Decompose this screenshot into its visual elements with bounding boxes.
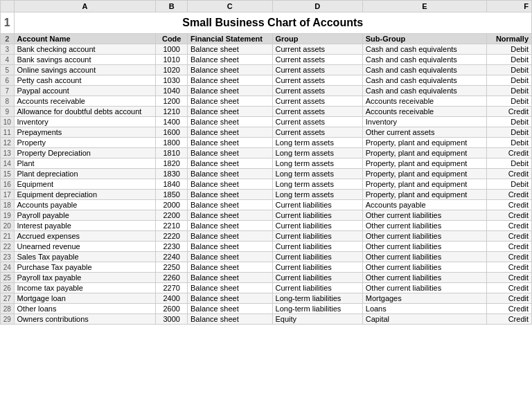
financial-statement: Balance sheet	[187, 65, 272, 75]
normally: Credit	[486, 221, 531, 231]
financial-statement: Balance sheet	[187, 148, 272, 158]
sub-group: Property, plant and equipment	[362, 148, 486, 158]
row-number: 21	[1, 231, 15, 242]
row-number: 6	[1, 75, 15, 86]
account-name: Accounts payable	[14, 200, 156, 210]
financial-statement: Balance sheet	[187, 314, 272, 325]
table-row: 11Prepayments1600Balance sheetCurrent as…	[1, 127, 532, 138]
account-name: Mortgage loan	[14, 293, 156, 304]
account-code: 2210	[156, 221, 188, 231]
normally: Credit	[486, 231, 531, 242]
sub-group: Cash and cash equivalents	[362, 44, 486, 55]
normally: Debit	[486, 158, 531, 169]
financial-statement: Balance sheet	[187, 179, 272, 190]
row-number: 5	[1, 65, 15, 75]
account-name: Interest payable	[14, 221, 156, 231]
normally: Debit	[486, 117, 531, 127]
normally: Credit	[486, 242, 531, 252]
sub-group: Cash and cash equivalents	[362, 55, 486, 65]
financial-statement: Balance sheet	[187, 231, 272, 242]
normally: Debit	[486, 86, 531, 96]
group: Current assets	[272, 117, 362, 127]
table-row: 4Bank savings account1010Balance sheetCu…	[1, 55, 532, 65]
account-name: Accrued expenses	[14, 231, 156, 242]
row-number: 15	[1, 169, 15, 179]
row-number: 10	[1, 117, 15, 127]
table-row: 27Mortgage loan2400Balance sheetLong-ter…	[1, 293, 532, 304]
group: Current assets	[272, 127, 362, 138]
row-number: 4	[1, 55, 15, 65]
normally: Credit	[486, 273, 531, 283]
table-row: 15Plant depreciation1830Balance sheetLon…	[1, 169, 532, 179]
financial-statement: Balance sheet	[187, 252, 272, 262]
row-number: 26	[1, 283, 15, 293]
normally: Credit	[486, 210, 531, 221]
table-row: 7Paypal account1040Balance sheetCurrent …	[1, 86, 532, 96]
sub-group: Other current liabilities	[362, 273, 486, 283]
financial-statement: Balance sheet	[187, 262, 272, 273]
col-header-f: F	[486, 1, 531, 12]
row-number: 25	[1, 273, 15, 283]
row-number: 13	[1, 148, 15, 158]
table-row: 17Equipment depreciation1850Balance shee…	[1, 190, 532, 200]
account-code: 1000	[156, 44, 188, 55]
financial-statement: Balance sheet	[187, 117, 272, 127]
normally: Credit	[486, 148, 531, 158]
normally: Credit	[486, 200, 531, 210]
financial-statement: Balance sheet	[187, 75, 272, 86]
header-financial-statement: Financial Statement	[187, 34, 272, 44]
row-number: 29	[1, 314, 15, 325]
group: Current liabilities	[272, 283, 362, 293]
group: Current assets	[272, 107, 362, 117]
sub-group: Capital	[362, 314, 486, 325]
sub-group: Other current liabilities	[362, 252, 486, 262]
normally: Credit	[486, 190, 531, 200]
row-number: 9	[1, 107, 15, 117]
group: Equity	[272, 314, 362, 325]
row-number: 17	[1, 190, 15, 200]
account-name: Other loans	[14, 304, 156, 314]
sub-group: Loans	[362, 304, 486, 314]
row-number: 3	[1, 44, 15, 55]
table-row: 9Allowance for doubtful debts account121…	[1, 107, 532, 117]
account-code: 1800	[156, 138, 188, 148]
row-number: 22	[1, 242, 15, 252]
financial-statement: Balance sheet	[187, 169, 272, 179]
account-name: Prepayments	[14, 127, 156, 138]
sub-group: Inventory	[362, 117, 486, 127]
account-name: Owners contributions	[14, 314, 156, 325]
financial-statement: Balance sheet	[187, 242, 272, 252]
account-code: 1010	[156, 55, 188, 65]
account-name: Online savings account	[14, 65, 156, 75]
account-name: Unearned revenue	[14, 242, 156, 252]
financial-statement: Balance sheet	[187, 283, 272, 293]
account-code: 2220	[156, 231, 188, 242]
group: Long term assets	[272, 190, 362, 200]
financial-statement: Balance sheet	[187, 304, 272, 314]
account-code: 1400	[156, 117, 188, 127]
sub-group: Other current liabilities	[362, 210, 486, 221]
row-number: 23	[1, 252, 15, 262]
normally: Debit	[486, 75, 531, 86]
account-name: Equipment depreciation	[14, 190, 156, 200]
group: Long term assets	[272, 138, 362, 148]
account-name: Property Depreciation	[14, 148, 156, 158]
col-header-c: C	[187, 1, 272, 12]
col-header-a: A	[14, 1, 156, 12]
account-code: 1200	[156, 96, 188, 107]
sub-group: Accounts payable	[362, 200, 486, 210]
table-row: 29Owners contributions3000Balance sheetE…	[1, 314, 532, 325]
column-headers-row: 2 Account Name Code Financial Statement …	[1, 34, 532, 44]
normally: Debit	[486, 65, 531, 75]
financial-statement: Balance sheet	[187, 273, 272, 283]
account-code: 1820	[156, 158, 188, 169]
sub-group: Property, plant and equipment	[362, 179, 486, 190]
account-name: Plant	[14, 158, 156, 169]
title-row: 1 Small Business Chart of Accounts	[1, 12, 532, 34]
row-number: 27	[1, 293, 15, 304]
row-number: 20	[1, 221, 15, 231]
group: Current assets	[272, 65, 362, 75]
row-num-1: 1	[1, 12, 15, 34]
sub-group: Cash and cash equivalents	[362, 75, 486, 86]
group: Current liabilities	[272, 242, 362, 252]
